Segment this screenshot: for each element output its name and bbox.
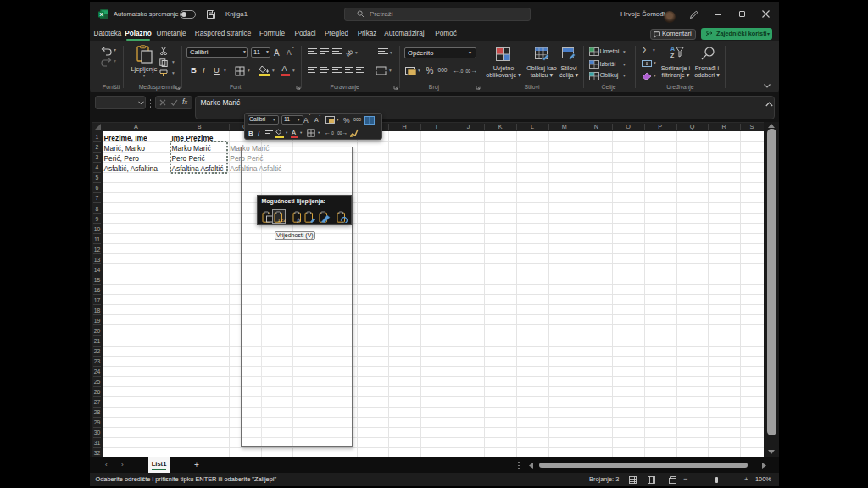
svg-text:123: 123 xyxy=(277,218,285,223)
svg-text:fx: fx xyxy=(297,218,301,223)
